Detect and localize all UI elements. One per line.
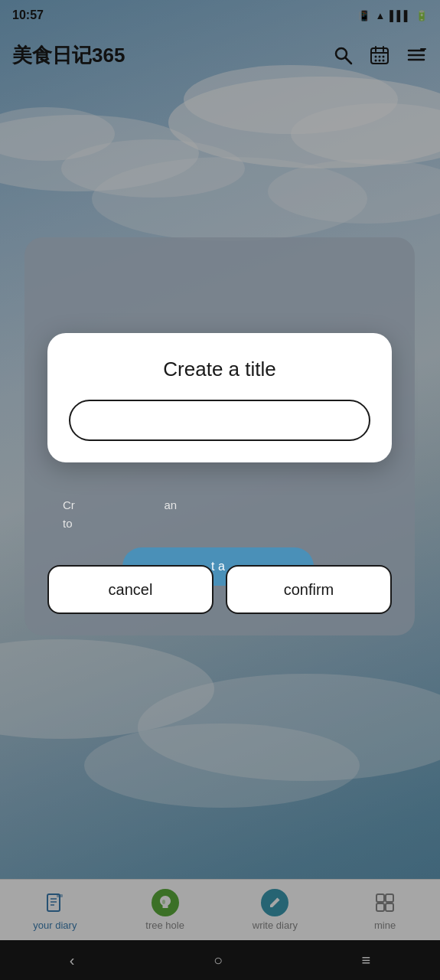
cancel-button[interactable]: cancel <box>47 565 213 614</box>
confirm-button[interactable]: confirm <box>226 565 392 614</box>
dialog-buttons: cancel confirm <box>47 565 392 614</box>
dialog-title: Create a title <box>69 358 370 381</box>
card-partial-text: Cr anto <box>63 496 177 533</box>
title-input[interactable] <box>69 400 370 441</box>
create-title-dialog: Create a title <box>47 333 392 462</box>
